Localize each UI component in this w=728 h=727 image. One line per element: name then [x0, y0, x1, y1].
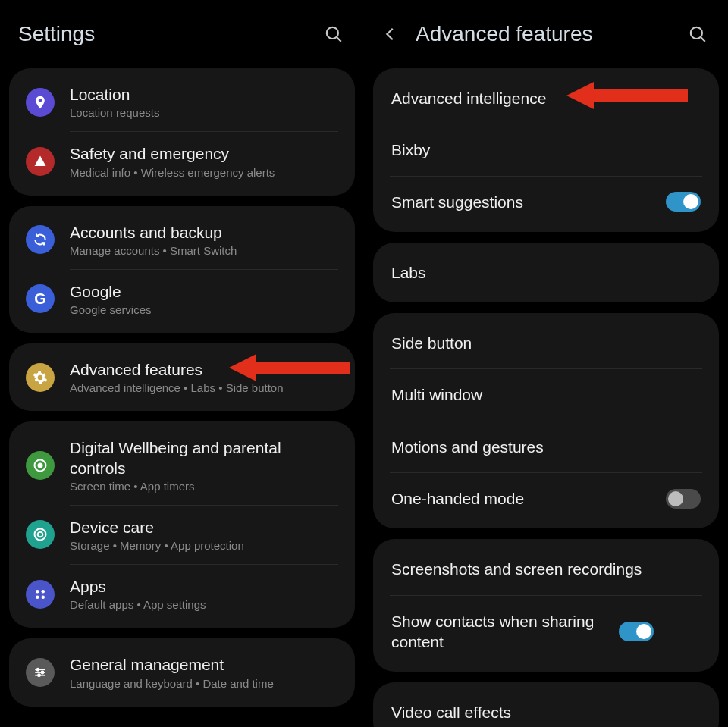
svg-point-14	[37, 669, 39, 671]
item-motions-gestures[interactable]: Motions and gestures	[373, 421, 719, 472]
alert-icon	[26, 147, 55, 176]
settings-item-wellbeing[interactable]: Digital Wellbeing and parental controls …	[9, 426, 355, 505]
settings-item-apps[interactable]: Apps Default apps • App settings	[9, 565, 355, 623]
settings-item-location[interactable]: Location Location requests	[9, 73, 355, 131]
advanced-header: Advanced features	[373, 0, 719, 68]
location-icon	[26, 88, 55, 117]
row-subtitle: Manage accounts • Smart Switch	[70, 244, 338, 257]
item-advanced-intelligence[interactable]: Advanced intelligence	[373, 73, 719, 124]
settings-card: General management Language and keyboard…	[9, 638, 355, 706]
page-title: Advanced features	[416, 22, 682, 46]
chevron-left-icon	[382, 26, 399, 42]
search-icon	[324, 24, 344, 44]
row-subtitle: Location requests	[70, 106, 338, 119]
row-subtitle: Screen time • App timers	[70, 480, 338, 493]
row-title: Smart suggestions	[391, 192, 666, 212]
item-labs[interactable]: Labs	[373, 247, 719, 298]
settings-card: Video call effects	[373, 682, 719, 727]
svg-point-6	[38, 532, 43, 537]
svg-point-9	[36, 595, 39, 599]
row-title: Multi window	[391, 384, 701, 405]
item-multi-window[interactable]: Multi window	[373, 369, 719, 420]
row-title: Digital Wellbeing and parental controls	[70, 438, 338, 478]
sync-icon	[26, 225, 55, 254]
svg-point-15	[42, 671, 44, 673]
svg-point-5	[35, 529, 46, 541]
svg-point-0	[327, 27, 338, 39]
row-subtitle: Language and keyboard • Date and time	[70, 677, 338, 690]
settings-card: Accounts and backup Manage accounts • Sm…	[9, 206, 355, 334]
svg-line-1	[337, 37, 341, 42]
search-button[interactable]	[318, 24, 349, 44]
item-side-button[interactable]: Side button	[373, 318, 719, 368]
svg-point-17	[691, 27, 702, 39]
row-title: Bixby	[391, 139, 701, 160]
svg-point-8	[42, 590, 46, 594]
row-title: General management	[70, 655, 338, 675]
row-title: One-handed mode	[391, 488, 666, 509]
settings-card: Advanced intelligence Bixby Smart sugges…	[373, 68, 719, 232]
item-screenshots[interactable]: Screenshots and screen recordings	[373, 544, 719, 594]
row-title: Video call effects	[391, 702, 701, 722]
google-icon: G	[26, 284, 55, 313]
settings-card: Digital Wellbeing and parental controls …	[9, 421, 355, 628]
wellbeing-icon	[26, 451, 55, 480]
settings-item-safety[interactable]: Safety and emergency Medical info • Wire…	[9, 132, 355, 190]
advanced-features-panel: Advanced features Advanced intelligence …	[364, 0, 728, 727]
row-title: Advanced intelligence	[391, 88, 701, 108]
row-title: Accounts and backup	[70, 223, 338, 243]
row-title: Google	[70, 282, 338, 302]
settings-card: Advanced features Advanced intelligence …	[9, 343, 355, 411]
row-title: Apps	[70, 577, 338, 597]
row-title: Safety and emergency	[70, 144, 338, 164]
device-care-icon	[26, 520, 55, 549]
item-smart-suggestions[interactable]: Smart suggestions	[373, 177, 719, 227]
row-subtitle: Medical info • Wireless emergency alerts	[70, 166, 338, 179]
svg-line-18	[701, 37, 705, 42]
row-subtitle: Google services	[70, 303, 338, 316]
page-title: Settings	[18, 22, 318, 46]
apps-icon	[26, 580, 55, 609]
settings-panel: Settings Location Location requests Safe…	[0, 0, 364, 727]
row-title: Motions and gestures	[391, 437, 701, 457]
row-subtitle: Default apps • App settings	[70, 598, 338, 611]
settings-item-accounts[interactable]: Accounts and backup Manage accounts • Sm…	[9, 211, 355, 269]
item-show-contacts-sharing[interactable]: Show contacts when sharing content	[373, 596, 719, 668]
settings-card: Location Location requests Safety and em…	[9, 68, 355, 196]
row-title: Show contacts when sharing content	[391, 611, 619, 653]
row-title: Location	[70, 85, 338, 105]
row-subtitle: Advanced intelligence • Labs • Side butt…	[70, 381, 338, 394]
back-button[interactable]	[382, 26, 410, 42]
row-title: Side button	[391, 333, 701, 353]
search-button[interactable]	[682, 24, 713, 44]
settings-item-device-care[interactable]: Device care Storage • Memory • App prote…	[9, 506, 355, 564]
settings-header: Settings	[9, 0, 355, 68]
settings-card: Screenshots and screen recordings Show c…	[373, 539, 719, 672]
search-icon	[688, 24, 708, 44]
toggle-show-contacts[interactable]	[619, 622, 654, 641]
settings-item-advanced-features[interactable]: Advanced features Advanced intelligence …	[9, 348, 355, 406]
svg-point-4	[39, 464, 42, 468]
sliders-icon	[26, 658, 55, 687]
row-title: Labs	[391, 262, 701, 283]
svg-point-7	[36, 590, 39, 594]
item-bixby[interactable]: Bixby	[373, 124, 719, 175]
row-title: Screenshots and screen recordings	[391, 559, 701, 579]
toggle-smart-suggestions[interactable]	[666, 192, 701, 212]
row-title: Advanced features	[70, 360, 338, 380]
toggle-one-handed-mode[interactable]	[666, 489, 701, 509]
svg-point-10	[42, 595, 46, 599]
item-one-handed-mode[interactable]: One-handed mode	[373, 473, 719, 524]
row-subtitle: Storage • Memory • App protection	[70, 539, 338, 552]
item-video-call-effects[interactable]: Video call effects	[373, 687, 719, 727]
gear-icon	[26, 363, 55, 392]
svg-point-16	[38, 674, 40, 676]
row-title: Device care	[70, 518, 338, 537]
settings-item-google[interactable]: G Google Google services	[9, 270, 355, 328]
settings-card: Labs	[373, 243, 719, 302]
settings-card: Side button Multi window Motions and ges…	[373, 313, 719, 528]
settings-item-general[interactable]: General management Language and keyboard…	[9, 643, 355, 701]
